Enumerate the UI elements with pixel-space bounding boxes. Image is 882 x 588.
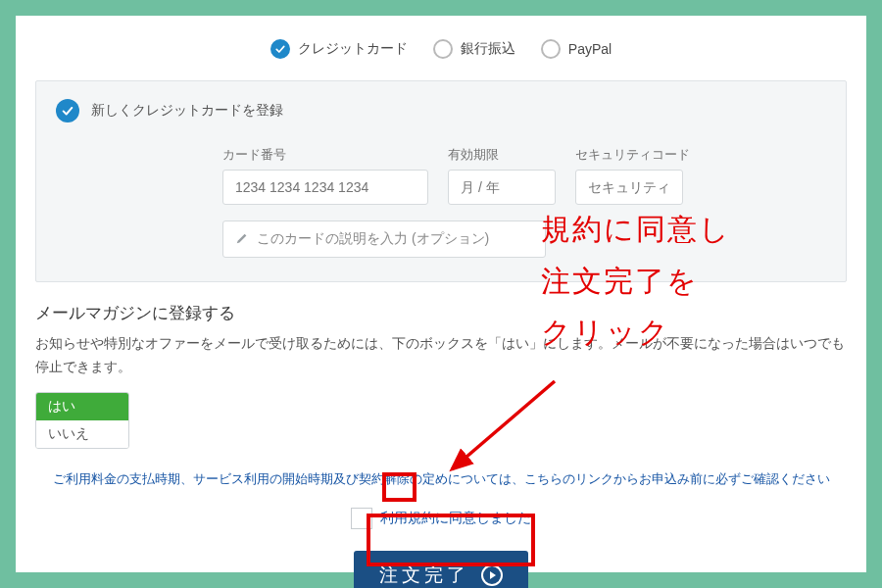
cvc-label: セキュリティコード (575, 146, 690, 164)
card-number-input[interactable] (222, 170, 428, 205)
mailmag-yes[interactable]: はい (36, 393, 128, 420)
annotation-arrow-icon (437, 376, 564, 484)
payment-method-selector: クレジットカード 銀行振込 PayPal (35, 39, 847, 59)
cvc-input[interactable] (575, 170, 683, 205)
pay-method-bank-transfer[interactable]: 銀行振込 (433, 39, 515, 59)
check-circle-icon (56, 99, 79, 122)
card-description-input[interactable]: このカードの説明を入力 (オプション) (222, 220, 546, 258)
radio-unselected-icon (433, 39, 453, 59)
pay-method-label: クレジットカード (298, 40, 408, 58)
register-new-card-toggle[interactable]: 新しくクレジットカードを登録 (56, 99, 826, 122)
expiry-label: 有効期限 (448, 146, 556, 164)
svg-line-0 (452, 381, 555, 469)
mailmag-no[interactable]: いいえ (36, 420, 128, 448)
terms-details-link[interactable]: ご利用料金の支払時期、サービス利用の開始時期及び契約解除の定めについては、こちら… (35, 470, 847, 488)
pay-method-label: PayPal (568, 41, 612, 57)
pay-method-paypal[interactable]: PayPal (541, 39, 612, 59)
card-description-placeholder: このカードの説明を入力 (オプション) (257, 230, 489, 248)
order-complete-button[interactable]: 注文完了 (354, 551, 528, 588)
register-new-label: 新しくクレジットカードを登録 (91, 102, 283, 120)
agree-checkbox[interactable] (351, 508, 372, 529)
expiry-input[interactable] (448, 170, 556, 205)
expiry-field: 有効期限 (448, 146, 556, 205)
card-number-label: カード番号 (222, 146, 428, 164)
mailmag-toggle: はい いいえ (35, 392, 129, 449)
card-description-row: このカードの説明を入力 (オプション) (56, 220, 826, 258)
radio-selected-icon (270, 39, 290, 59)
checkout-page: クレジットカード 銀行振込 PayPal 新しくクレジットカードを登録 カード番… (16, 16, 866, 572)
radio-unselected-icon (541, 39, 561, 59)
order-complete-label: 注文完了 (379, 563, 469, 588)
pay-method-credit-card[interactable]: クレジットカード (270, 39, 408, 59)
agree-terms-row: 利用規約に同意しました (35, 508, 847, 529)
mailmag-heading: メールマガジンに登録する (35, 302, 847, 324)
card-number-field: カード番号 (222, 146, 428, 205)
mailmag-description: お知らせや特別なオファーをメールで受け取るためには、下のボックスを「はい」にしま… (35, 332, 847, 380)
agree-label: 利用規約に同意しました (380, 510, 531, 527)
credit-card-panel: 新しくクレジットカードを登録 カード番号 有効期限 セキュリティコード このカー… (35, 80, 847, 282)
cvc-field: セキュリティコード (575, 146, 690, 205)
submit-row: 注文完了 (35, 551, 847, 588)
arrow-right-circle-icon (481, 564, 503, 586)
pencil-icon (235, 231, 249, 248)
pay-method-label: 銀行振込 (461, 40, 515, 58)
card-fields: カード番号 有効期限 セキュリティコード (56, 146, 826, 205)
